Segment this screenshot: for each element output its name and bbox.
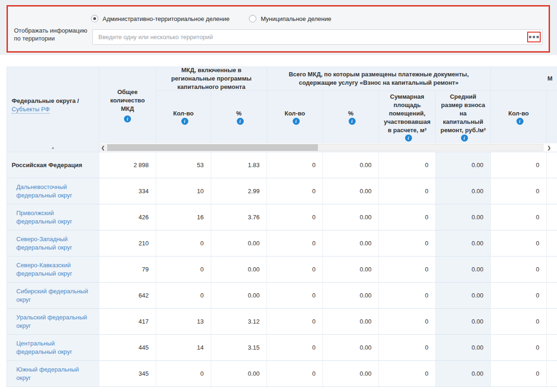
value-cell: 0: [379, 204, 436, 230]
value-cell: 0.00: [436, 178, 491, 204]
value-cell: 3.76: [211, 204, 267, 230]
value-cell: 0: [379, 335, 436, 361]
sub-column-header: Суммарная площадь помещений, участвовавш…: [379, 91, 436, 143]
value-cell: 0.00: [323, 283, 379, 309]
table-row: Центральный федеральный округ445143.1500…: [7, 335, 557, 361]
sub-column-header: Кол-во: [491, 91, 547, 143]
region-name-cell: Уральский федеральный округ: [7, 309, 99, 335]
radio-municipal-division[interactable]: Муниципальное деление: [249, 15, 331, 22]
sub-column-header: %: [323, 91, 379, 143]
value-cell: 210: [99, 230, 156, 257]
value-cell: 0: [267, 230, 323, 257]
table-row: Уральский федеральный округ417133.1200.0…: [7, 309, 557, 335]
info-icon[interactable]: [516, 118, 523, 125]
column-header-total-mkd: Общее количество МКД: [99, 67, 156, 143]
region-link[interactable]: Северо-Кавказский федеральный округ: [16, 261, 95, 278]
table-row: Дальневосточный федеральный округ334102.…: [7, 178, 557, 204]
table-row: Северо-Западный федеральный округ21000.0…: [7, 230, 557, 257]
value-cell: 0: [491, 309, 547, 335]
region-link[interactable]: Центральный федеральный округ: [16, 339, 95, 356]
value-cell-clipped: [547, 178, 557, 204]
table-row: Российская Федерация2 898531.8300.0000.0…: [7, 152, 557, 178]
value-cell: 0: [267, 361, 323, 387]
table-row: Приволжский федеральный округ426163.7600…: [7, 204, 557, 230]
value-cell-clipped: [547, 335, 557, 361]
territory-field-label: Отображать информацию по территории: [14, 27, 96, 42]
table-row: Южный федеральный округ34500.0000.0000.0…: [7, 361, 557, 387]
info-icon[interactable]: [124, 115, 131, 122]
value-cell-clipped: [547, 361, 557, 387]
sub-column-header-empty: [547, 91, 557, 143]
scroll-right-icon[interactable]: ❯: [545, 144, 553, 151]
group-header-truncated: М: [491, 67, 557, 91]
table-row: Северо-Кавказский федеральный округ7900.…: [7, 257, 557, 283]
info-icon[interactable]: [461, 135, 468, 142]
value-cell: 0.00: [211, 361, 267, 387]
value-cell: 0: [379, 230, 436, 257]
value-cell: 0.00: [323, 230, 379, 257]
info-icon[interactable]: [293, 118, 300, 125]
region-link[interactable]: Сибирский федеральный округ: [16, 287, 95, 304]
value-cell: 0: [491, 204, 547, 230]
value-cell: 0: [491, 335, 547, 361]
regions-header-title: Федеральные округа /: [12, 97, 94, 105]
value-cell: 14: [156, 335, 211, 361]
filter-section: Административно-территориальное деление …: [0, 0, 557, 55]
scroll-left-icon[interactable]: ❮: [99, 144, 107, 151]
value-cell: 0: [156, 361, 211, 387]
info-icon[interactable]: [405, 135, 412, 142]
radio-label: Административно-территориальное деление: [103, 15, 229, 22]
total-row-label: Российская Федерация: [12, 161, 82, 169]
region-name-cell: Северо-Кавказский федеральный округ: [7, 257, 99, 283]
value-cell: 0.00: [323, 335, 379, 361]
table-row: Сибирский федеральный округ64200.0000.00…: [7, 283, 557, 309]
info-icon[interactable]: [237, 118, 244, 125]
column-header-regions: Федеральные округа / Субъекты РФ: [7, 67, 99, 143]
radio-selected-icon: [91, 15, 98, 22]
scrollbar-track[interactable]: [107, 144, 543, 151]
value-cell: 0.00: [323, 309, 379, 335]
value-cell: 13: [156, 309, 211, 335]
subjects-rf-link[interactable]: Субъекты РФ: [12, 106, 50, 114]
region-link[interactable]: Уральский федеральный округ: [16, 313, 95, 330]
region-link[interactable]: Дальневосточный федеральный округ: [16, 183, 95, 200]
info-icon[interactable]: [181, 118, 188, 125]
scrollbar-thumb[interactable]: [107, 144, 318, 151]
region-name-cell: Южный федеральный округ: [7, 361, 99, 387]
region-link[interactable]: Приволжский федеральный округ: [16, 209, 95, 226]
value-cell: 426: [99, 204, 156, 230]
region-name-cell: Северо-Западный федеральный округ: [7, 230, 99, 257]
group-header-regional-programs: МКД, включенные в региональные программы…: [156, 67, 267, 91]
value-cell: 642: [99, 283, 156, 309]
value-cell: 0: [379, 152, 436, 178]
value-cell: 1.83: [211, 152, 267, 178]
value-cell: 0.00: [211, 283, 267, 309]
value-cell: 0.00: [436, 230, 491, 257]
value-cell: 0.00: [323, 204, 379, 230]
sort-ascending-icon[interactable]: ▲: [51, 146, 55, 150]
region-link[interactable]: Южный федеральный округ: [16, 365, 95, 382]
region-link[interactable]: Северо-Западный федеральный округ: [16, 235, 95, 252]
value-cell: 0: [267, 283, 323, 309]
value-cell-clipped: [547, 204, 557, 230]
value-cell: 0: [491, 230, 547, 257]
value-cell: 0: [267, 204, 323, 230]
value-cell: 53: [156, 152, 211, 178]
radio-administrative-division[interactable]: Административно-территориальное деление: [91, 15, 229, 22]
value-cell: 445: [99, 335, 156, 361]
value-cell: 0.00: [436, 152, 491, 178]
table-body: Российская Федерация2 898531.8300.0000.0…: [7, 152, 557, 387]
value-cell-clipped: [547, 230, 557, 257]
info-icon[interactable]: [349, 118, 356, 125]
value-cell: 0.00: [211, 257, 267, 283]
ellipsis-menu-icon[interactable]: [527, 32, 541, 42]
value-cell: 0.00: [323, 361, 379, 387]
value-cell: 0: [491, 178, 547, 204]
value-cell: 3.12: [211, 309, 267, 335]
value-cell: 0: [491, 152, 547, 178]
value-cell: 0: [491, 283, 547, 309]
territory-search-input[interactable]: [93, 34, 527, 41]
value-cell: 0: [156, 257, 211, 283]
territory-filter-panel-highlight: Административно-территориальное деление …: [7, 5, 550, 53]
sub-column-header: Кол-во: [156, 91, 211, 143]
